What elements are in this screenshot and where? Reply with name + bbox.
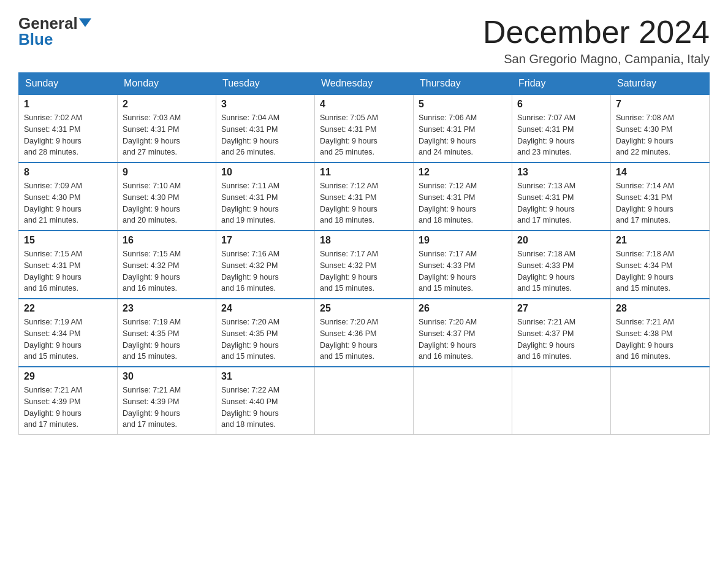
day-info: Sunrise: 7:10 AM Sunset: 4:30 PM Dayligh… — [123, 180, 211, 226]
weekday-header-saturday: Saturday — [611, 73, 710, 95]
calendar-cell: 5 Sunrise: 7:06 AM Sunset: 4:31 PM Dayli… — [414, 94, 512, 163]
day-info: Sunrise: 7:09 AM Sunset: 4:30 PM Dayligh… — [24, 180, 112, 226]
day-number: 18 — [320, 235, 408, 246]
day-number: 5 — [419, 99, 507, 110]
day-number: 24 — [221, 303, 309, 314]
calendar-cell: 31 Sunrise: 7:22 AM Sunset: 4:40 PM Dayl… — [216, 367, 315, 435]
calendar-week-row: 1 Sunrise: 7:02 AM Sunset: 4:31 PM Dayli… — [19, 94, 710, 163]
day-info: Sunrise: 7:21 AM Sunset: 4:37 PM Dayligh… — [517, 316, 605, 362]
day-info: Sunrise: 7:18 AM Sunset: 4:33 PM Dayligh… — [517, 248, 605, 294]
day-number: 1 — [24, 99, 112, 110]
day-number: 13 — [517, 167, 605, 178]
day-info: Sunrise: 7:20 AM Sunset: 4:35 PM Dayligh… — [221, 316, 309, 362]
calendar-cell: 10 Sunrise: 7:11 AM Sunset: 4:31 PM Dayl… — [216, 163, 315, 231]
day-info: Sunrise: 7:15 AM Sunset: 4:32 PM Dayligh… — [123, 248, 211, 294]
weekday-header-monday: Monday — [118, 73, 216, 95]
day-number: 10 — [221, 167, 309, 178]
day-info: Sunrise: 7:07 AM Sunset: 4:31 PM Dayligh… — [517, 112, 605, 158]
day-info: Sunrise: 7:15 AM Sunset: 4:31 PM Dayligh… — [24, 248, 112, 294]
calendar-cell: 6 Sunrise: 7:07 AM Sunset: 4:31 PM Dayli… — [512, 94, 611, 163]
day-info: Sunrise: 7:19 AM Sunset: 4:35 PM Dayligh… — [123, 316, 211, 362]
day-number: 2 — [123, 99, 211, 110]
weekday-header-wednesday: Wednesday — [315, 73, 414, 95]
day-number: 28 — [616, 303, 704, 314]
calendar-cell: 29 Sunrise: 7:21 AM Sunset: 4:39 PM Dayl… — [19, 367, 118, 435]
day-number: 23 — [123, 303, 211, 314]
calendar-cell: 13 Sunrise: 7:13 AM Sunset: 4:31 PM Dayl… — [512, 163, 611, 231]
calendar-cell: 2 Sunrise: 7:03 AM Sunset: 4:31 PM Dayli… — [118, 94, 216, 163]
day-info: Sunrise: 7:08 AM Sunset: 4:30 PM Dayligh… — [616, 112, 704, 158]
calendar-week-row: 29 Sunrise: 7:21 AM Sunset: 4:39 PM Dayl… — [19, 367, 710, 435]
calendar-cell — [315, 367, 414, 435]
day-info: Sunrise: 7:05 AM Sunset: 4:31 PM Dayligh… — [320, 112, 408, 158]
month-title: December 2024 — [483, 15, 710, 50]
day-info: Sunrise: 7:02 AM Sunset: 4:31 PM Dayligh… — [24, 112, 112, 158]
day-info: Sunrise: 7:14 AM Sunset: 4:31 PM Dayligh… — [616, 180, 704, 226]
calendar-cell: 18 Sunrise: 7:17 AM Sunset: 4:32 PM Dayl… — [315, 231, 414, 299]
calendar-cell: 14 Sunrise: 7:14 AM Sunset: 4:31 PM Dayl… — [611, 163, 710, 231]
day-number: 12 — [419, 167, 507, 178]
calendar-cell: 3 Sunrise: 7:04 AM Sunset: 4:31 PM Dayli… — [216, 94, 315, 163]
calendar-cell: 17 Sunrise: 7:16 AM Sunset: 4:32 PM Dayl… — [216, 231, 315, 299]
day-info: Sunrise: 7:03 AM Sunset: 4:31 PM Dayligh… — [123, 112, 211, 158]
calendar-week-row: 8 Sunrise: 7:09 AM Sunset: 4:30 PM Dayli… — [19, 163, 710, 231]
page-header: General Blue December 2024 San Gregorio … — [18, 15, 710, 66]
day-info: Sunrise: 7:17 AM Sunset: 4:32 PM Dayligh… — [320, 248, 408, 294]
calendar-cell: 20 Sunrise: 7:18 AM Sunset: 4:33 PM Dayl… — [512, 231, 611, 299]
calendar-cell: 28 Sunrise: 7:21 AM Sunset: 4:38 PM Dayl… — [611, 299, 710, 367]
day-info: Sunrise: 7:17 AM Sunset: 4:33 PM Dayligh… — [419, 248, 507, 294]
day-info: Sunrise: 7:21 AM Sunset: 4:38 PM Dayligh… — [616, 316, 704, 362]
day-info: Sunrise: 7:22 AM Sunset: 4:40 PM Dayligh… — [221, 385, 309, 431]
calendar-header-row: SundayMondayTuesdayWednesdayThursdayFrid… — [19, 73, 710, 95]
calendar-cell: 30 Sunrise: 7:21 AM Sunset: 4:39 PM Dayl… — [118, 367, 216, 435]
calendar-cell: 8 Sunrise: 7:09 AM Sunset: 4:30 PM Dayli… — [19, 163, 118, 231]
day-number: 14 — [616, 167, 704, 178]
calendar-cell: 15 Sunrise: 7:15 AM Sunset: 4:31 PM Dayl… — [19, 231, 118, 299]
calendar-cell — [512, 367, 611, 435]
calendar-week-row: 15 Sunrise: 7:15 AM Sunset: 4:31 PM Dayl… — [19, 231, 710, 299]
day-info: Sunrise: 7:20 AM Sunset: 4:37 PM Dayligh… — [419, 316, 507, 362]
logo-line2: Blue — [18, 30, 53, 49]
calendar-cell: 27 Sunrise: 7:21 AM Sunset: 4:37 PM Dayl… — [512, 299, 611, 367]
day-info: Sunrise: 7:13 AM Sunset: 4:31 PM Dayligh… — [517, 180, 605, 226]
weekday-header-sunday: Sunday — [19, 73, 118, 95]
calendar-cell — [414, 367, 512, 435]
day-number: 4 — [320, 99, 408, 110]
day-number: 21 — [616, 235, 704, 246]
calendar-cell: 4 Sunrise: 7:05 AM Sunset: 4:31 PM Dayli… — [315, 94, 414, 163]
calendar-week-row: 22 Sunrise: 7:19 AM Sunset: 4:34 PM Dayl… — [19, 299, 710, 367]
day-number: 3 — [221, 99, 309, 110]
day-info: Sunrise: 7:12 AM Sunset: 4:31 PM Dayligh… — [419, 180, 507, 226]
calendar-cell: 11 Sunrise: 7:12 AM Sunset: 4:31 PM Dayl… — [315, 163, 414, 231]
day-number: 6 — [517, 99, 605, 110]
location-title: San Gregorio Magno, Campania, Italy — [483, 52, 710, 66]
day-info: Sunrise: 7:12 AM Sunset: 4:31 PM Dayligh… — [320, 180, 408, 226]
title-block: December 2024 San Gregorio Magno, Campan… — [483, 15, 710, 66]
day-info: Sunrise: 7:06 AM Sunset: 4:31 PM Dayligh… — [419, 112, 507, 158]
day-info: Sunrise: 7:04 AM Sunset: 4:31 PM Dayligh… — [221, 112, 309, 158]
logo: General Blue — [18, 15, 91, 49]
day-number: 19 — [419, 235, 507, 246]
weekday-header-friday: Friday — [512, 73, 611, 95]
day-number: 30 — [123, 371, 211, 382]
day-info: Sunrise: 7:19 AM Sunset: 4:34 PM Dayligh… — [24, 316, 112, 362]
day-number: 27 — [517, 303, 605, 314]
calendar-cell: 7 Sunrise: 7:08 AM Sunset: 4:30 PM Dayli… — [611, 94, 710, 163]
day-info: Sunrise: 7:11 AM Sunset: 4:31 PM Dayligh… — [221, 180, 309, 226]
day-number: 15 — [24, 235, 112, 246]
calendar-cell: 21 Sunrise: 7:18 AM Sunset: 4:34 PM Dayl… — [611, 231, 710, 299]
calendar-cell: 25 Sunrise: 7:20 AM Sunset: 4:36 PM Dayl… — [315, 299, 414, 367]
calendar-cell: 12 Sunrise: 7:12 AM Sunset: 4:31 PM Dayl… — [414, 163, 512, 231]
day-info: Sunrise: 7:16 AM Sunset: 4:32 PM Dayligh… — [221, 248, 309, 294]
calendar-cell: 26 Sunrise: 7:20 AM Sunset: 4:37 PM Dayl… — [414, 299, 512, 367]
calendar-cell: 9 Sunrise: 7:10 AM Sunset: 4:30 PM Dayli… — [118, 163, 216, 231]
calendar-cell: 22 Sunrise: 7:19 AM Sunset: 4:34 PM Dayl… — [19, 299, 118, 367]
calendar-cell — [611, 367, 710, 435]
day-number: 29 — [24, 371, 112, 382]
day-number: 22 — [24, 303, 112, 314]
day-number: 25 — [320, 303, 408, 314]
day-number: 11 — [320, 167, 408, 178]
day-info: Sunrise: 7:21 AM Sunset: 4:39 PM Dayligh… — [123, 385, 211, 431]
calendar-table: SundayMondayTuesdayWednesdayThursdayFrid… — [18, 72, 710, 435]
calendar-cell: 24 Sunrise: 7:20 AM Sunset: 4:35 PM Dayl… — [216, 299, 315, 367]
